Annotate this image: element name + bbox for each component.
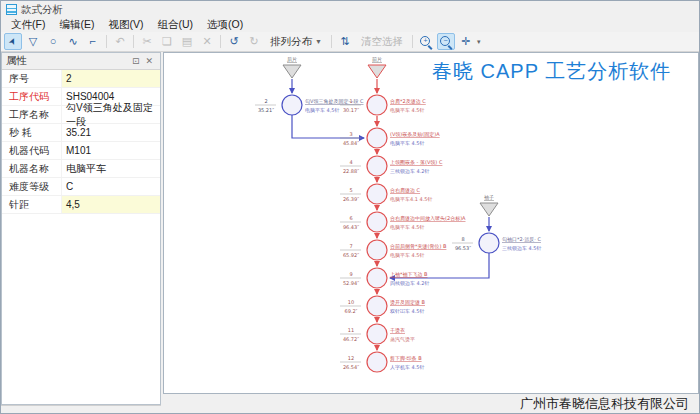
- triangle-tool-button[interactable]: ▽: [24, 33, 42, 50]
- prop-row-stitch-pitch: 针距 4,5: [2, 196, 160, 214]
- toolbar-separator: [412, 35, 413, 48]
- menu-view[interactable]: 视图(V): [101, 18, 150, 32]
- process-node-1[interactable]: [367, 95, 387, 115]
- node-label: 合前后侧骨*夹缝(骨位) B: [390, 243, 447, 250]
- prop-label: 难度等级: [2, 180, 61, 194]
- properties-panel: 属性 ⊡ ✕ 序号 2 工序代码 SHS04004 工序名称 勾V领三角处及固定…: [1, 52, 161, 405]
- toolbar: ➤ ▽ ○ ∿ ⌐ ↶ ✂ ❏ ▤ ✕ ↺ ↻ 排列分布 ▼ ⇅ 清空选择 + …: [1, 32, 699, 52]
- properties-panel-header: 属性 ⊡ ✕: [2, 53, 160, 70]
- scissors-icon: ✂: [142, 36, 151, 47]
- prop-label: 序号: [2, 72, 61, 86]
- zoom-in-button[interactable]: +: [417, 33, 435, 50]
- node-label: 袖子: [484, 194, 494, 201]
- zoom-out-icon: −: [439, 35, 452, 48]
- arrange-distribute-button[interactable]: 排列分布 ▼: [265, 33, 327, 50]
- process-node-11[interactable]: [367, 324, 387, 344]
- prop-value-difficulty[interactable]: C: [61, 178, 160, 195]
- flow-link: [292, 115, 364, 138]
- node-label: 剪下脚·印条 B: [390, 355, 422, 362]
- bottom-strip: [1, 405, 161, 413]
- node-label: 上袖*袖下飞边 B: [390, 271, 428, 278]
- process-node-3[interactable]: [367, 128, 387, 148]
- process-node-2[interactable]: [282, 95, 302, 115]
- node-label: 45.84″: [343, 140, 359, 146]
- connector-tool-button[interactable]: ⌐: [84, 33, 102, 50]
- menu-group[interactable]: 组合(U): [150, 18, 200, 32]
- zoom-out-button[interactable]: −: [437, 33, 455, 50]
- process-node-6[interactable]: [367, 212, 387, 232]
- properties-column: 属性 ⊡ ✕ 序号 2 工序代码 SHS04004 工序名称 勾V领三角处及固定…: [1, 52, 161, 413]
- prop-value-machine-name[interactable]: 电脑平车: [61, 160, 160, 177]
- prop-value-seconds[interactable]: 35.21: [61, 124, 160, 141]
- node-label: 勾袖口*2·运反· C: [502, 236, 541, 243]
- company-name: 广州市春晓信息科技有限公司: [520, 395, 689, 413]
- part-triangle-袖子[interactable]: [480, 203, 498, 216]
- node-label: 96.53″: [455, 245, 471, 251]
- node-label: 电脑平车 4.5针: [390, 140, 425, 146]
- menu-options[interactable]: 选项(O): [200, 18, 250, 32]
- circle-tool-button[interactable]: ○: [44, 33, 62, 50]
- node-label: 22.88″: [343, 168, 359, 174]
- clear-selection-button[interactable]: 清空选择: [356, 33, 408, 50]
- toolbar-separator: [220, 35, 221, 48]
- process-node-10[interactable]: [367, 296, 387, 316]
- select-tool-button[interactable]: ➤: [4, 33, 22, 50]
- node-label: 合肩*2及缝边 C: [390, 98, 426, 105]
- node-label: 勾V领三角处及固定一段 C: [305, 98, 364, 105]
- flowchart-canvas[interactable]: 后片前片袖子235.21″勾V领三角处及固定一段 C电脑平车 4,5针130.1…: [163, 52, 699, 394]
- prop-value-seq[interactable]: 2: [61, 70, 160, 87]
- prop-row-seconds: 秒 耗 35.21: [2, 124, 160, 142]
- process-node-9[interactable]: [367, 268, 387, 288]
- node-label: 10: [348, 299, 354, 305]
- process-node-12[interactable]: [367, 352, 387, 372]
- prop-value-stitch-pitch[interactable]: 4,5: [61, 196, 160, 213]
- menu-file[interactable]: 文件(F): [4, 18, 52, 32]
- menubar: 文件(F) 编辑(E) 视图(V) 组合(U) 选项(O): [1, 17, 699, 32]
- prop-row-machine-name: 机器名称 电脑平车: [2, 160, 160, 178]
- process-node-5[interactable]: [367, 184, 387, 204]
- process-node-7[interactable]: [367, 240, 387, 260]
- rotate-right-button[interactable]: ↻: [245, 33, 263, 50]
- statusbar: 广州市春晓信息科技有限公司: [163, 394, 699, 413]
- menu-edit[interactable]: 编辑(E): [52, 18, 101, 32]
- prop-label: 工序名称: [2, 108, 61, 122]
- pin-icon[interactable]: ⊡: [129, 56, 143, 66]
- node-label: 电脑平车 4.5针: [390, 252, 425, 258]
- process-node-8[interactable]: [479, 233, 499, 253]
- flowchart-svg[interactable]: 后片前片袖子235.21″勾V领三角处及固定一段 C电脑平车 4,5针130.1…: [164, 53, 698, 393]
- order-button[interactable]: ⇅: [336, 33, 354, 50]
- node-label: 合右肩缝边 C: [390, 187, 421, 194]
- app-window: 款式分析 文件(F) 编辑(E) 视图(V) 组合(U) 选项(O) ➤ ▽ ○…: [0, 0, 700, 414]
- paste-button[interactable]: ▤: [178, 33, 196, 50]
- node-label: 46.72″: [343, 336, 359, 342]
- toolbar-overflow-icon[interactable]: ▾: [477, 38, 481, 46]
- node-label: 电脑平车 4.5针: [390, 224, 425, 230]
- node-label: 上领圈嵌条 - 落(V领) C: [390, 159, 443, 166]
- node-label: (V领)嵌条及贴(固定)A: [390, 131, 440, 138]
- prop-row-difficulty: 难度等级 C: [2, 178, 160, 196]
- prop-label: 机器名称: [2, 162, 61, 176]
- rotate-left-button[interactable]: ↺: [225, 33, 243, 50]
- copy-icon: ❏: [162, 36, 172, 47]
- part-triangle-后片[interactable]: [283, 65, 301, 78]
- curve-tool-button[interactable]: ∿: [64, 33, 82, 50]
- part-triangle-前片[interactable]: [368, 65, 386, 78]
- delete-button[interactable]: ✕: [198, 33, 216, 50]
- pan-button[interactable]: ✛: [457, 33, 475, 50]
- node-label: 3: [349, 131, 352, 137]
- process-node-4[interactable]: [367, 156, 387, 176]
- prop-value-machine-code[interactable]: M101: [61, 142, 160, 159]
- zoom-in-icon: +: [419, 35, 432, 48]
- close-icon[interactable]: ✕: [142, 56, 156, 66]
- prop-label: 针距: [2, 198, 61, 212]
- cut-button[interactable]: ✂: [138, 33, 156, 50]
- node-label: 11: [348, 327, 354, 333]
- chevron-down-icon: ▼: [315, 38, 322, 45]
- prop-value-process-name[interactable]: 勾V领三角处及固定一段: [61, 106, 160, 123]
- node-label: 30.17″: [343, 107, 359, 113]
- node-label: 双针冚车 4.5针: [390, 308, 425, 314]
- undo-button[interactable]: ↶: [111, 33, 129, 50]
- prop-label: 秒 耗: [2, 126, 61, 140]
- copy-button[interactable]: ❏: [158, 33, 176, 50]
- corner-line-icon: ⌐: [90, 36, 96, 47]
